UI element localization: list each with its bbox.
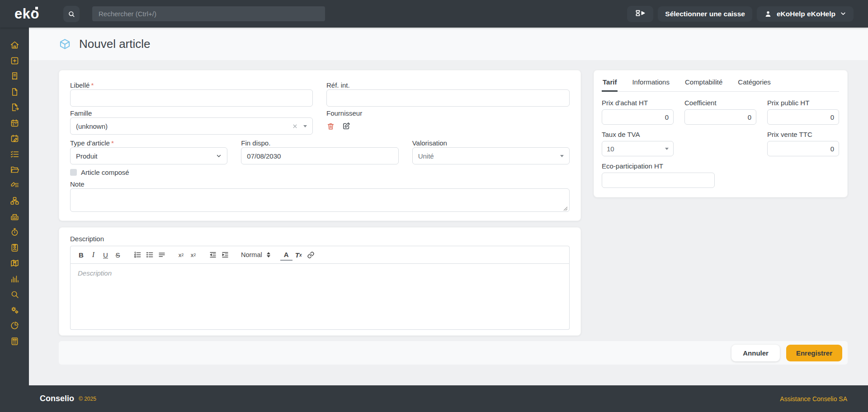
hierarchy-icon: [10, 196, 19, 206]
type-article-select[interactable]: Produit: [70, 147, 227, 164]
field-ref-int: Réf. int.: [326, 81, 570, 107]
prix-achat-label: Prix d'achat HT: [602, 99, 674, 107]
text-size-dropdown[interactable]: Normal: [238, 251, 273, 258]
bullet-list-button[interactable]: [143, 249, 156, 261]
description-editor[interactable]: Description: [70, 264, 570, 330]
bullet-list-icon: [146, 251, 154, 259]
calendar-icon: [10, 118, 19, 128]
famille-select[interactable]: (unknown): [70, 117, 313, 135]
resize-handle-icon[interactable]: [563, 206, 568, 211]
taux-tva-select[interactable]: 10: [602, 141, 674, 156]
edit-supplier-button[interactable]: [342, 122, 351, 131]
receipt-icon: [10, 71, 19, 81]
eco-participation-label: Eco-participation HT: [602, 162, 756, 170]
sidebar-item-map[interactable]: [7, 258, 22, 268]
sidebar-item-time[interactable]: [7, 227, 22, 237]
indent-icon: [221, 251, 229, 259]
sidebar-item-new-document[interactable]: [7, 56, 22, 66]
caret-down-icon: [665, 148, 669, 150]
sidebar-item-inventory[interactable]: [7, 181, 22, 190]
tab-categories[interactable]: Catégories: [737, 76, 772, 91]
link-button[interactable]: [305, 249, 317, 261]
sidebar-item-export[interactable]: [7, 103, 22, 112]
contact-card-icon: [10, 243, 19, 253]
user-menu[interactable]: eKoHelp eKoHelp: [757, 6, 854, 22]
subscript-button[interactable]: x2: [175, 249, 187, 261]
search-button[interactable]: [63, 6, 80, 22]
content-area: Nouvel article Libellé* Réf. i: [29, 28, 868, 385]
sidebar-item-planning[interactable]: [7, 134, 22, 143]
sidebar-item-documents[interactable]: [7, 87, 22, 97]
prix-achat-input[interactable]: [602, 109, 674, 125]
underline-button[interactable]: U: [99, 249, 112, 261]
prix-vente-input[interactable]: [767, 141, 839, 156]
outdent-button[interactable]: [207, 249, 219, 261]
delete-supplier-button[interactable]: [326, 122, 335, 131]
eco-participation-input[interactable]: [602, 173, 715, 188]
ordered-list-button[interactable]: [131, 249, 143, 261]
field-prix-achat: Prix d'achat HT: [602, 99, 674, 125]
clear-icon[interactable]: [292, 123, 298, 129]
pricing-panel: Tarif Informations Comptabilité Catégori…: [594, 70, 848, 197]
indent-button[interactable]: [219, 249, 231, 261]
valorisation-value: Unité: [418, 152, 560, 160]
spacer: [684, 131, 756, 156]
strikethrough-button[interactable]: S: [112, 249, 124, 261]
valorisation-select[interactable]: Unité: [412, 147, 570, 164]
save-button[interactable]: Enregistrer: [786, 345, 842, 361]
map-icon: [10, 258, 19, 268]
libelle-input[interactable]: [70, 89, 313, 107]
folder-icon: [10, 165, 19, 174]
search-icon: [10, 290, 19, 299]
assistance-link[interactable]: Assistance Conselio SA: [780, 395, 847, 403]
superscript-button[interactable]: x2: [187, 249, 199, 261]
sidebar-item-search[interactable]: [7, 290, 22, 299]
famille-label: Famille: [70, 109, 313, 117]
coefficient-input[interactable]: [684, 109, 756, 125]
famille-value: (unknown): [76, 122, 292, 130]
tab-tarif[interactable]: Tarif: [602, 76, 618, 92]
sidebar-item-home[interactable]: [7, 40, 22, 50]
task-list-icon: [10, 150, 19, 159]
sidebar-item-contacts[interactable]: [7, 243, 22, 253]
search-input[interactable]: [92, 6, 325, 21]
tab-informations[interactable]: Informations: [631, 76, 670, 91]
eko-logo: eko: [14, 6, 58, 22]
field-coefficient: Coefficient: [684, 99, 756, 125]
select-register-label: Sélectionner une caisse: [665, 10, 745, 18]
logo-pixel: [33, 10, 35, 13]
tab-comptabilite[interactable]: Comptabilité: [684, 76, 723, 91]
sidebar-item-files[interactable]: [7, 165, 22, 174]
text-color-button[interactable]: A: [280, 249, 292, 261]
sidebar-item-statistics[interactable]: [7, 274, 22, 284]
calendar-edit-icon: [10, 134, 19, 143]
action-bar: Annuler Enregistrer: [59, 341, 848, 365]
note-textarea[interactable]: [70, 188, 570, 212]
article-compose-checkbox-row[interactable]: Article composé: [70, 169, 570, 176]
prix-public-input[interactable]: [767, 109, 839, 125]
page-title: Nouvel article: [79, 37, 151, 51]
fin-dispo-input[interactable]: [241, 147, 398, 164]
sidebar-item-reports[interactable]: [7, 321, 22, 330]
sidebar-item-accounting[interactable]: [7, 337, 22, 346]
sidebar-item-receipts[interactable]: [7, 71, 22, 81]
pending-register-button[interactable]: [627, 6, 653, 22]
align-button[interactable]: [156, 249, 168, 261]
pie-chart-icon: [10, 321, 19, 330]
ref-int-input[interactable]: [326, 89, 570, 107]
checkbox[interactable]: [70, 169, 77, 176]
cancel-button[interactable]: Annuler: [731, 345, 780, 361]
outdent-icon: [209, 251, 217, 259]
sidebar-item-register[interactable]: [7, 212, 22, 221]
cash-register-icon: [10, 212, 19, 221]
sidebar-item-tasks[interactable]: [7, 150, 22, 159]
sidebar-item-settings[interactable]: [7, 305, 22, 315]
field-prix-vente: Prix vente TTC: [767, 131, 839, 156]
italic-button[interactable]: I: [87, 249, 99, 261]
document-icon: [10, 87, 19, 97]
select-register-button[interactable]: Sélectionner une caisse: [658, 6, 752, 22]
sidebar-item-calendar[interactable]: [7, 118, 22, 128]
bold-button[interactable]: B: [75, 249, 87, 261]
sidebar-item-hierarchy[interactable]: [7, 196, 22, 206]
clear-format-button[interactable]: Tx: [292, 249, 305, 261]
